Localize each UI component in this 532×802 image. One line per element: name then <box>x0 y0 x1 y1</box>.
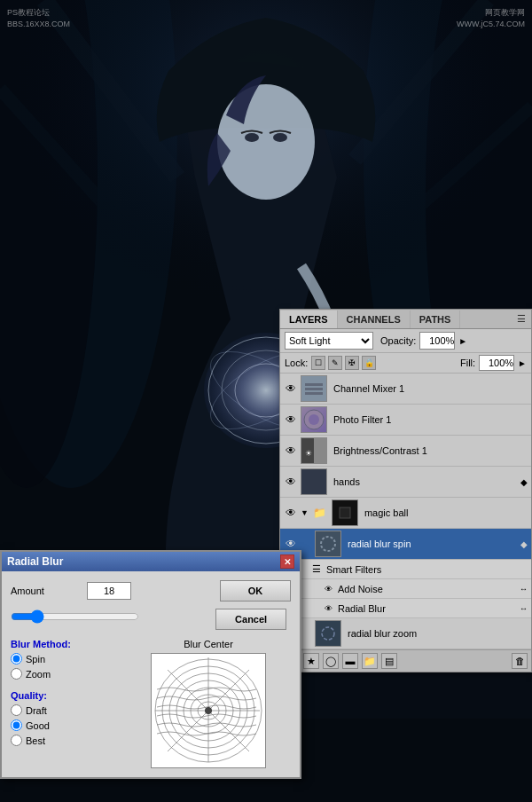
add-style-btn[interactable]: ★ <box>303 653 319 669</box>
tab-channels[interactable]: CHANNELS <box>338 311 411 328</box>
effect-blend-radial-blur: ↔ <box>520 604 528 613</box>
layer-eye-magic-ball[interactable]: 👁 <box>284 506 298 520</box>
fill-arrow[interactable]: ► <box>518 358 527 368</box>
effect-label-radial-blur: Radial Blur <box>338 603 386 614</box>
layer-eye-channel-mixer[interactable]: 👁 <box>284 381 298 396</box>
amount-slider[interactable] <box>11 610 139 623</box>
smart-filters-label: Smart Filters <box>326 564 381 575</box>
blur-center-canvas[interactable] <box>151 653 266 768</box>
cancel-button[interactable]: Cancel <box>215 609 286 630</box>
layer-thumb-radial-zoom <box>315 620 341 647</box>
radio-draft-label[interactable]: Draft <box>26 705 47 716</box>
lock-icons: ☐ ✎ ✠ 🔒 <box>311 356 376 370</box>
smart-filters-row[interactable]: ☰ Smart Filters <box>280 560 531 579</box>
layer-effects-hands[interactable]: ◆ <box>520 477 528 487</box>
lock-all-btn[interactable]: 🔒 <box>362 356 376 370</box>
svg-rect-22 <box>305 388 323 390</box>
layer-eye-hands[interactable]: 👁 <box>284 475 298 489</box>
radio-good: Good <box>11 719 117 731</box>
fill-input[interactable] <box>479 355 514 371</box>
layer-row-magic-ball[interactable]: 👁 ▼ 📁 magic ball <box>280 498 531 529</box>
layers-tabs: LAYERS CHANNELS PATHS ☰ <box>280 310 531 329</box>
layer-thumb-channel-mixer <box>301 375 327 402</box>
layer-row-brightness[interactable]: 👁 ☀ Brightness/Contrast 1 <box>280 436 531 467</box>
layer-name-magic-ball: magic ball <box>361 507 528 518</box>
effect-eye-radial-blur[interactable]: 👁 <box>325 604 332 613</box>
add-mask-btn[interactable]: ◯ <box>323 653 339 669</box>
lock-row: Lock: ☐ ✎ ✠ 🔒 Fill: ► <box>280 353 531 373</box>
effect-add-noise[interactable]: 👁 Add Noise ↔ <box>280 579 531 599</box>
opacity-input[interactable] <box>419 332 455 350</box>
layer-eye-photo-filter[interactable]: 👁 <box>284 413 298 427</box>
svg-rect-32 <box>316 531 340 556</box>
new-group-btn[interactable]: 📁 <box>362 653 378 669</box>
watermark-left: PS教程论坛 BBS.16XX8.COM <box>7 7 70 30</box>
layer-eye-brightness[interactable]: 👁 <box>284 444 298 458</box>
panel-menu-icon[interactable]: ☰ <box>512 310 531 328</box>
effect-eye-add-noise[interactable]: 👁 <box>325 585 332 594</box>
layer-row-photo-filter[interactable]: 👁 Photo Filter 1 <box>280 405 531 436</box>
new-adjustment-btn[interactable]: ▬ <box>342 653 358 669</box>
dialog-close-btn[interactable]: ✕ <box>280 554 294 569</box>
layer-eye-radial-spin[interactable]: 👁 <box>284 537 298 551</box>
opacity-label: Opacity: <box>380 335 416 346</box>
svg-point-25 <box>309 414 319 425</box>
layer-row-channel-mixer[interactable]: 👁 Channel Mixer 1 <box>280 373 531 405</box>
radio-spin: Spin <box>11 653 117 664</box>
svg-point-12 <box>273 133 287 142</box>
folder-arrow-magic-ball[interactable]: ▼ <box>301 508 309 517</box>
tab-layers[interactable]: LAYERS <box>280 311 338 328</box>
svg-rect-21 <box>305 383 323 386</box>
blend-mode-select[interactable]: Soft Light Normal Multiply Screen Overla… <box>285 332 373 350</box>
layer-thumb-photo-filter <box>301 406 327 433</box>
radio-good-input[interactable] <box>11 719 22 731</box>
layers-list: 👁 Channel Mixer 1 👁 Photo Filter 1 👁 ☀ B… <box>280 373 531 649</box>
svg-rect-29 <box>301 469 326 494</box>
layers-toolbar: Soft Light Normal Multiply Screen Overla… <box>280 329 531 353</box>
lock-paint-btn[interactable]: ✎ <box>328 356 342 370</box>
tab-paths[interactable]: PATHS <box>411 311 461 328</box>
dialog-title: Radial Blur <box>7 555 63 568</box>
ok-button[interactable]: OK <box>220 580 291 602</box>
svg-rect-31 <box>340 507 350 518</box>
lock-move-btn[interactable]: ✠ <box>345 356 359 370</box>
blur-center-label: Blur Center <box>184 639 233 649</box>
layer-thumb-radial-spin <box>315 531 341 557</box>
watermark-right: 网页教学网 WWW.jC5.74.COM <box>457 7 525 30</box>
layer-name-radial-zoom: radial blur zoom <box>344 628 528 639</box>
dialog-body: Amount OK Cancel Blur Method: Spin Z <box>2 571 300 777</box>
radio-draft-input[interactable] <box>11 704 22 716</box>
layer-row-hands[interactable]: 👁 hands ◆ <box>280 467 531 498</box>
radio-zoom-label[interactable]: Zoom <box>26 669 51 680</box>
layer-name-photo-filter: Photo Filter 1 <box>330 414 528 425</box>
radio-spin-input[interactable] <box>11 653 22 664</box>
svg-text:☀: ☀ <box>305 449 312 458</box>
amount-label: Amount <box>11 586 82 596</box>
amount-row: Amount OK <box>11 580 291 602</box>
lock-transparent-btn[interactable]: ☐ <box>311 356 325 370</box>
radio-draft: Draft <box>11 704 117 716</box>
radio-best: Best <box>11 735 117 746</box>
layers-bottom-toolbar: 🔗 ★ ◯ ▬ 📁 ▤ 🗑 <box>280 649 531 672</box>
lock-label: Lock: <box>285 358 308 368</box>
radio-zoom: Zoom <box>11 668 117 680</box>
amount-input[interactable] <box>87 582 131 600</box>
layer-thumb-brightness: ☀ <box>301 437 327 464</box>
effect-label-add-noise: Add Noise <box>338 584 383 594</box>
layer-row-radial-zoom[interactable]: 👁 radial blur zoom <box>280 618 531 649</box>
amount-slider-row: Cancel <box>11 609 291 630</box>
quality-label: Quality: <box>11 690 117 701</box>
radio-zoom-input[interactable] <box>11 668 22 680</box>
radio-spin-label[interactable]: Spin <box>26 654 45 664</box>
layer-row-radial-blur-spin[interactable]: 👁 radial blur spin ◆ <box>280 529 531 560</box>
opacity-arrow[interactable]: ► <box>458 336 467 346</box>
effect-radial-blur[interactable]: 👁 Radial Blur ↔ <box>280 599 531 618</box>
radio-good-label[interactable]: Good <box>26 720 50 731</box>
radio-best-label[interactable]: Best <box>26 735 45 746</box>
delete-layer-btn[interactable]: 🗑 <box>512 653 528 669</box>
layer-effects-spin[interactable]: ◆ <box>520 539 528 549</box>
new-layer-btn[interactable]: ▤ <box>381 653 397 669</box>
radial-blur-dialog: Radial Blur ✕ Amount OK Cancel Blur Meth… <box>0 550 301 779</box>
radio-best-input[interactable] <box>11 735 22 746</box>
dialog-columns: Blur Method: Spin Zoom Quality: Draft <box>11 639 291 768</box>
